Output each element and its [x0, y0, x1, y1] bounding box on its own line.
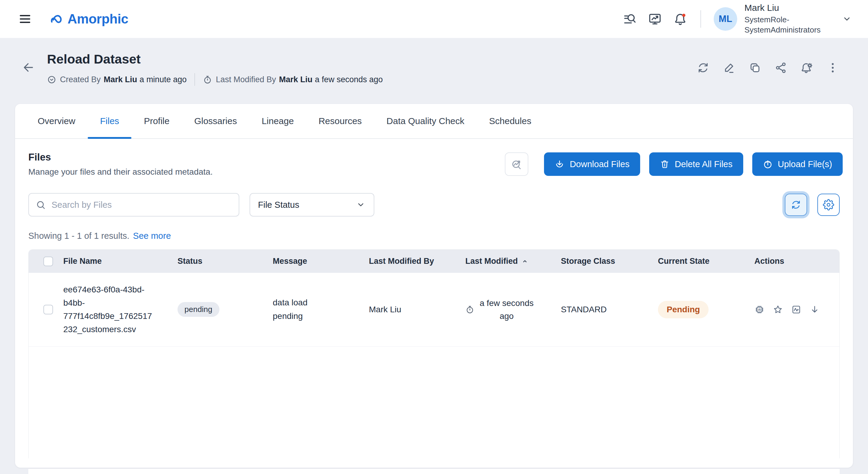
clone-copy-icon[interactable]: [749, 61, 761, 74]
column-last-modified[interactable]: Last Modified: [465, 257, 561, 266]
amorphic-logo[interactable]: Amorphic: [50, 11, 128, 27]
favorite-star-icon[interactable]: [773, 304, 783, 315]
last-modified-by-cell: Mark Liu: [369, 305, 465, 314]
row-checkbox[interactable]: [43, 305, 53, 314]
file-name: ee674e63-6f0a-43bd-b4bb-777f14c8fb9e_176…: [63, 283, 154, 336]
chevron-down-icon: [841, 13, 852, 24]
edit-pencil-icon[interactable]: [723, 61, 735, 74]
table-row: ee674e63-6f0a-43bd-b4bb-777f14c8fb9e_176…: [29, 273, 839, 347]
file-search-box: [28, 193, 239, 216]
files-table: File Name Status Message Last Modified B…: [28, 249, 840, 458]
user-role: SystemRole-SystemAdministrators: [744, 15, 820, 35]
ai-chip-icon[interactable]: AI: [754, 304, 765, 315]
tab-lineage[interactable]: Lineage: [249, 104, 306, 138]
tab-data-quality-check[interactable]: Data Quality Check: [374, 104, 476, 138]
modified-by-label: Last Modified By: [216, 75, 276, 84]
column-last-modified-by: Last Modified By: [369, 257, 465, 266]
column-status: Status: [178, 257, 273, 266]
table-settings-gear-button[interactable]: [817, 194, 840, 216]
delete-all-files-button[interactable]: Delete All Files: [649, 153, 743, 176]
monitoring-dashboard-icon[interactable]: [648, 12, 662, 26]
topbar-divider: [701, 10, 701, 28]
upload-icon: [763, 159, 773, 169]
storage-class-cell: STANDARD: [561, 305, 658, 314]
global-search-icon[interactable]: [623, 12, 637, 26]
page-title: Reload Dataset: [47, 52, 383, 67]
user-menu[interactable]: ML Mark Liu SystemRole-SystemAdministrat…: [714, 3, 852, 35]
tab-overview[interactable]: Overview: [25, 104, 88, 138]
download-icon: [555, 159, 564, 169]
column-message: Message: [273, 257, 369, 266]
column-actions: Actions: [754, 257, 840, 266]
filter-row: File Status: [15, 193, 853, 216]
created-by-label: Created By: [60, 75, 101, 84]
column-storage-class: Storage Class: [561, 257, 658, 266]
refresh-table-button[interactable]: [785, 194, 807, 216]
row-actions: AI: [754, 304, 840, 315]
status-badge: pending: [178, 302, 219, 317]
modified-by-name: Mark Liu: [279, 75, 313, 84]
hamburger-menu-icon[interactable]: [18, 12, 32, 26]
brand-name: Amorphic: [67, 11, 128, 27]
files-actions: Download Files Delete All Files Upload F…: [505, 153, 843, 176]
dataset-card: Overview Files Profile Glossaries Lineag…: [15, 104, 853, 468]
files-title: Files: [28, 151, 213, 163]
table-toolbar: [785, 194, 840, 216]
svg-text:AI: AI: [758, 308, 761, 311]
results-text: Showing 1 - 1 of 1 results.: [28, 231, 129, 241]
upload-files-button[interactable]: Upload File(s): [752, 153, 843, 176]
page-meta: Created By Mark Liu a minute ago Last Mo…: [47, 73, 383, 86]
page-actions: [697, 61, 839, 74]
notifications-bell-icon[interactable]: [673, 12, 687, 26]
last-modified-cell: a few seconds ago: [465, 297, 561, 323]
tab-glossaries[interactable]: Glossaries: [182, 104, 249, 138]
message-cell: data load pending: [273, 296, 323, 323]
stopwatch-icon: [465, 305, 474, 314]
search-input[interactable]: [52, 200, 232, 210]
created-by-time: a minute ago: [140, 75, 187, 84]
kebab-menu-icon[interactable]: [827, 61, 839, 74]
amorphic-logo-icon: [50, 11, 65, 27]
files-section-header: Files Manage your files and their associ…: [15, 139, 853, 177]
table-header-row: File Name Status Message Last Modified B…: [29, 250, 839, 273]
reload-dataset-icon[interactable]: [697, 61, 710, 74]
topbar-right: ML Mark Liu SystemRole-SystemAdministrat…: [611, 3, 852, 35]
next-card-edge: [28, 469, 840, 474]
download-files-button[interactable]: Download Files: [544, 153, 640, 176]
tab-files[interactable]: Files: [88, 104, 131, 138]
page-header: Reload Dataset Created By Mark Liu a min…: [0, 38, 868, 104]
sort-caret-up-icon: [521, 257, 529, 265]
stopwatch-icon: [203, 75, 212, 84]
back-arrow-icon[interactable]: [22, 61, 35, 74]
notification-dot: [682, 14, 685, 17]
current-state-badge: Pending: [658, 301, 709, 318]
created-by-name: Mark Liu: [104, 75, 137, 84]
trash-icon: [660, 159, 670, 169]
topbar: Amorphic ML Mark Liu SystemRole-SystemAd…: [0, 0, 868, 38]
search-icon: [36, 200, 46, 210]
see-more-link[interactable]: See more: [133, 231, 171, 241]
chevron-down-icon: [355, 200, 366, 210]
notification-settings-icon[interactable]: [801, 61, 813, 74]
file-activity-icon[interactable]: [791, 304, 801, 315]
select-all-checkbox[interactable]: [43, 257, 53, 266]
download-file-icon[interactable]: [809, 304, 820, 315]
avatar: ML: [714, 7, 737, 31]
column-current-state: Current State: [658, 257, 754, 266]
column-file-name: File Name: [63, 257, 102, 266]
share-icon[interactable]: [775, 61, 787, 74]
tab-resources[interactable]: Resources: [306, 104, 374, 138]
user-name: Mark Liu: [744, 3, 820, 13]
meta-divider: [194, 73, 195, 86]
tab-schedules[interactable]: Schedules: [477, 104, 544, 138]
clock-icon: [47, 75, 56, 84]
files-subtitle: Manage your files and their associated m…: [28, 167, 213, 177]
results-summary: Showing 1 - 1 of 1 results. See more: [15, 231, 853, 241]
user-text: Mark Liu SystemRole-SystemAdministrators: [744, 3, 820, 35]
file-status-select[interactable]: File Status: [250, 193, 374, 216]
modified-by-time: a few seconds ago: [315, 75, 383, 84]
file-insights-icon-button[interactable]: [505, 153, 528, 176]
tab-bar: Overview Files Profile Glossaries Lineag…: [15, 104, 853, 139]
tab-profile[interactable]: Profile: [131, 104, 182, 138]
